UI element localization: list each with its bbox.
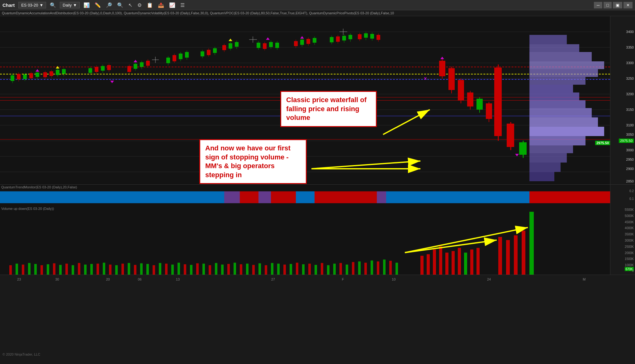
svg-rect-215: [346, 265, 348, 275]
vol-3500k: 3500K: [625, 233, 634, 236]
vol-1000k: 1000K: [625, 263, 634, 267]
svg-rect-169: [59, 265, 62, 275]
svg-rect-11: [529, 44, 579, 52]
svg-rect-134: [467, 92, 473, 106]
svg-rect-219: [371, 261, 373, 275]
price-chart-container: ✕ Classic price waterfall of falling pri…: [0, 16, 635, 184]
maximize2-btn[interactable]: ▣: [613, 2, 622, 8]
volume-chart-container: Volume up down(ES 03-20 (Daily)): [0, 206, 635, 275]
trend-01: 0.1: [629, 197, 634, 201]
svg-rect-136: [476, 99, 483, 110]
export-icon[interactable]: 📤: [157, 2, 165, 9]
timeframe-dropdown[interactable]: Daily ▼: [60, 2, 80, 8]
svg-line-148: [311, 161, 420, 169]
svg-rect-196: [227, 264, 230, 275]
instrument-dropdown[interactable]: ES 03-20 ▼: [18, 2, 46, 8]
svg-rect-43: [56, 70, 59, 75]
svg-rect-225: [427, 254, 430, 275]
svg-rect-157: [315, 191, 377, 203]
svg-rect-218: [364, 263, 367, 275]
svg-rect-165: [34, 264, 37, 275]
svg-rect-10: [529, 35, 567, 44]
price-chart[interactable]: ✕ Classic price waterfall of falling pri…: [0, 16, 610, 184]
svg-rect-57: [127, 66, 131, 72]
svg-rect-63: [146, 61, 150, 66]
zoom-in-icon[interactable]: 🔎: [105, 2, 113, 9]
svg-rect-234: [498, 237, 502, 275]
svg-rect-175: [97, 264, 99, 275]
trend-monitor-chart: [0, 190, 610, 205]
search-icon[interactable]: 🔍: [49, 2, 57, 9]
vol-4500k: 4500K: [625, 220, 634, 224]
svg-rect-220: [377, 262, 379, 275]
svg-rect-66: [166, 58, 170, 63]
svg-rect-28: [11, 75, 14, 81]
indicators-icon[interactable]: 📈: [168, 2, 177, 9]
template-icon[interactable]: 📋: [145, 2, 154, 9]
svg-rect-21: [529, 127, 604, 136]
svg-rect-113: [342, 36, 346, 40]
svg-rect-210: [315, 265, 317, 275]
svg-rect-228: [445, 253, 448, 275]
volume-chart[interactable]: Volume up down(ES 03-20 (Daily)): [0, 206, 610, 275]
svg-rect-17: [529, 92, 579, 100]
svg-rect-61: [140, 62, 144, 67]
svg-rect-192: [202, 264, 205, 275]
svg-rect-237: [522, 231, 525, 275]
svg-rect-231: [464, 253, 467, 275]
trend-monitor-label: QuantumTrendMonitor(ES 03-20 (Daily),20,…: [1, 185, 77, 189]
svg-rect-152: [224, 191, 240, 203]
close-btn[interactable]: ✕: [623, 2, 633, 8]
svg-marker-98: [266, 37, 270, 40]
svg-rect-227: [439, 246, 442, 275]
svg-rect-23: [529, 145, 573, 153]
price-3200: 3200: [626, 92, 634, 96]
svg-marker-64: [134, 60, 137, 62]
svg-rect-213: [333, 264, 336, 275]
svg-rect-72: [185, 52, 189, 58]
svg-marker-54: [110, 81, 114, 83]
svg-rect-15: [529, 77, 585, 85]
minimize-btn[interactable]: ─: [594, 2, 602, 8]
date-06: 06: [138, 277, 141, 281]
bar-chart-icon[interactable]: 📊: [82, 2, 91, 9]
svg-rect-186: [165, 264, 168, 275]
date-bar: 23 30 20 06 13 27 F 10 24 M: [0, 275, 635, 282]
draw-icon[interactable]: ✏️: [93, 2, 102, 9]
svg-rect-109: [330, 37, 334, 42]
svg-rect-13: [529, 61, 604, 69]
svg-rect-209: [308, 264, 311, 275]
svg-rect-236: [514, 235, 518, 275]
svg-rect-170: [65, 264, 68, 275]
svg-rect-18: [529, 100, 585, 108]
svg-rect-201: [258, 263, 261, 275]
svg-rect-181: [134, 265, 136, 275]
svg-rect-179: [121, 264, 124, 275]
date-13: 13: [176, 277, 180, 281]
svg-rect-178: [115, 265, 118, 275]
zoom-out-icon[interactable]: 🔍: [116, 2, 125, 9]
list-icon[interactable]: ☰: [179, 2, 186, 9]
svg-rect-232: [470, 249, 473, 275]
svg-rect-167: [47, 264, 49, 275]
svg-rect-115: [348, 35, 352, 39]
svg-rect-129: [448, 68, 455, 90]
svg-marker-107: [300, 36, 304, 39]
svg-rect-183: [146, 264, 149, 275]
svg-rect-20: [529, 117, 598, 127]
date-M: M: [583, 277, 585, 281]
maximize-btn[interactable]: □: [604, 2, 612, 8]
svg-rect-190: [190, 265, 192, 275]
svg-rect-45: [62, 69, 66, 74]
svg-rect-30: [17, 74, 21, 79]
price-2900: 2900: [626, 167, 634, 171]
current-price-tag: 2975.50: [595, 141, 610, 145]
svg-rect-180: [128, 263, 130, 275]
svg-rect-223: [396, 263, 398, 275]
properties-icon[interactable]: ⚙: [136, 2, 143, 9]
svg-rect-182: [140, 263, 143, 275]
svg-rect-95: [269, 42, 273, 47]
svg-marker-55: [56, 66, 59, 69]
cursor-icon[interactable]: ↖: [127, 2, 134, 9]
indicator-bar: QuantumDynamicAccumulationAndDistributio…: [0, 10, 635, 16]
